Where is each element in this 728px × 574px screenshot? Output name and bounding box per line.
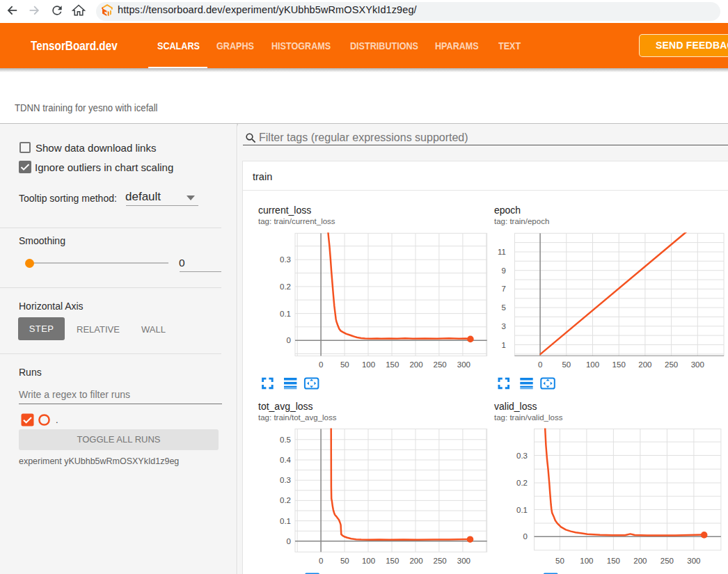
svg-text:tag: train/epoch: tag: train/epoch [494,217,549,225]
svg-text:50: 50 [562,360,571,369]
svg-text:11: 11 [498,248,506,256]
svg-text:50: 50 [340,557,349,565]
svg-text:0.4: 0.4 [280,456,292,464]
svg-text:0.2: 0.2 [280,496,291,504]
svg-text:0: 0 [523,532,528,541]
svg-text:0: 0 [319,360,323,369]
svg-text:300: 300 [457,360,470,369]
svg-text:100: 100 [586,360,599,369]
svg-text:tag: train/tot_avg_loss: tag: train/tot_avg_loss [258,413,337,422]
svg-text:0.1: 0.1 [280,310,291,318]
svg-text:150: 150 [386,360,399,369]
svg-text:tag: train/current_loss: tag: train/current_loss [258,217,335,225]
svg-text:200: 200 [633,557,647,565]
svg-text:0.3: 0.3 [516,452,528,460]
svg-text:50: 50 [340,360,349,369]
svg-text:300: 300 [687,557,700,565]
svg-text:7: 7 [502,285,506,293]
svg-text:3: 3 [502,322,506,330]
svg-text:0: 0 [319,557,323,565]
svg-text:0.5: 0.5 [280,436,291,444]
svg-text:300: 300 [691,360,704,369]
svg-text:0.2: 0.2 [516,479,528,487]
svg-text:200: 200 [638,360,651,369]
svg-text:50: 50 [555,557,564,565]
svg-text:100: 100 [362,360,375,369]
svg-text:0: 0 [287,537,291,545]
svg-text:150: 150 [607,557,620,565]
svg-text:100: 100 [580,557,593,565]
svg-text:250: 250 [660,557,674,565]
svg-text:250: 250 [434,360,447,369]
svg-text:0: 0 [538,360,542,369]
svg-text:1: 1 [502,341,506,349]
svg-text:tag: train/valid_loss: tag: train/valid_loss [494,413,563,422]
svg-text:0.1: 0.1 [280,517,291,525]
svg-text:0: 0 [287,336,291,344]
svg-text:300: 300 [457,557,470,565]
svg-text:valid_loss: valid_loss [494,401,537,412]
svg-text:tot_avg_loss: tot_avg_loss [258,401,313,412]
svg-text:0.3: 0.3 [280,255,291,264]
svg-text:250: 250 [434,557,447,565]
svg-text:250: 250 [665,360,678,369]
svg-text:epoch: epoch [494,205,521,216]
svg-text:150: 150 [612,360,626,369]
svg-text:9: 9 [502,266,506,275]
svg-text:current_loss: current_loss [258,205,311,216]
svg-text:0.2: 0.2 [280,282,291,291]
svg-text:150: 150 [386,557,399,565]
svg-text:0.3: 0.3 [280,476,291,484]
svg-text:0.1: 0.1 [516,506,528,514]
svg-text:100: 100 [362,557,375,565]
svg-text:5: 5 [502,303,506,312]
svg-text:200: 200 [409,557,422,565]
svg-text:200: 200 [409,360,422,369]
